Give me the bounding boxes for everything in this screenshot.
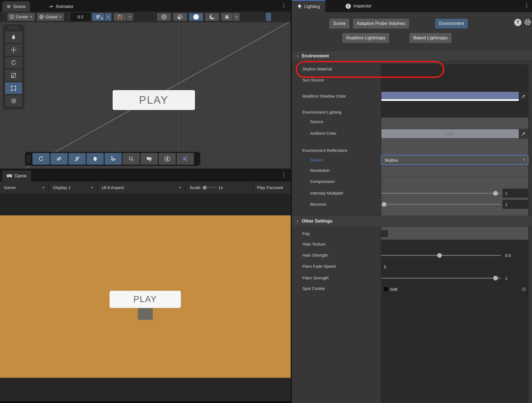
bounces-slider[interactable] (381, 200, 501, 209)
pivot-mode-dropdown[interactable]: Center ▼ (7, 13, 35, 21)
game-toolbar: Game ▼ Display 1 ▼ 16:9 Aspect ▼ Scale 1… (0, 182, 291, 193)
tab-game[interactable]: Game (2, 170, 31, 182)
slider-thumb[interactable] (382, 202, 386, 207)
orientation-gizmo-button[interactable] (87, 153, 104, 165)
crescent-icon (209, 14, 215, 20)
env-lighting-source-label: Source (310, 117, 323, 126)
spot-cookie-field[interactable]: Soft ⊙ (381, 284, 528, 294)
env-reflections-source-dropdown[interactable]: Skybox ▼ (381, 155, 528, 165)
tab-scene[interactable]: Scene (2, 1, 30, 12)
scale-slider-thumb[interactable] (203, 186, 207, 190)
overlay-drag-handle[interactable] (9, 27, 19, 29)
shadow-color-swatch[interactable] (381, 92, 519, 101)
debug-dropdown[interactable]: ▼ (233, 13, 240, 21)
slider-track[interactable] (381, 193, 501, 194)
tab-lighting[interactable]: Lighting (292, 0, 325, 12)
tool-settings-button[interactable] (50, 153, 68, 165)
game-view-dropdown[interactable]: Game ▼ (0, 182, 49, 193)
eyedropper-button[interactable] (519, 92, 528, 101)
wireframe-sphere-button[interactable] (157, 13, 171, 21)
shaded-sphere-icon (177, 14, 183, 20)
environment-lighting-group-label: Environment Lighting (302, 108, 341, 117)
orientation-dropdown[interactable]: Global ▼ (37, 13, 64, 21)
halo-texture-label: Halo Texture (302, 239, 326, 249)
grid-snap-dropdown[interactable]: ▼ (126, 13, 133, 21)
scene-viewport[interactable]: PLAY (0, 22, 291, 169)
wireframe-sphere-icon (161, 14, 167, 20)
scale-slider[interactable] (203, 186, 216, 190)
bounces-value: 1 (505, 202, 507, 207)
unity-editor-window: Scene Animator ⋮ Center ▼ (0, 0, 532, 403)
bounces-value-field[interactable]: 1 (503, 200, 528, 209)
lighting-panel-menu-kebab-icon[interactable]: ⋮ (524, 2, 530, 9)
ambient-color-field[interactable]: HDR (381, 129, 528, 139)
transform-tool-button[interactable] (5, 95, 22, 107)
lighting-view-tab-scene[interactable]: Scene (329, 18, 350, 29)
chevron-down-icon: ▼ (235, 16, 238, 18)
grid-snap-overlay-button[interactable] (69, 153, 86, 165)
debug-bug-button[interactable] (221, 13, 233, 21)
game-viewport[interactable]: PLAY (0, 215, 291, 378)
bug-icon (224, 14, 229, 19)
fog-checkbox[interactable] (381, 230, 388, 237)
game-tab-bar: Game ⋮ (0, 169, 291, 182)
intensity-multiplier-slider[interactable] (381, 188, 501, 198)
view-hand-tool-button[interactable] (5, 31, 22, 43)
play-focused-dropdown[interactable]: Play Focused (253, 182, 291, 193)
halo-strength-slider[interactable] (381, 251, 501, 260)
move-tool-button[interactable] (5, 44, 22, 56)
slider-track[interactable] (381, 278, 501, 279)
scene-play-ui-label: PLAY (139, 94, 168, 106)
grid-size-field[interactable]: 0.2 (71, 13, 90, 21)
scene-panel-menu-kebab-icon[interactable]: ⋮ (281, 2, 287, 8)
realtime-shadow-color-field[interactable] (381, 91, 528, 101)
slider-thumb[interactable] (437, 253, 442, 258)
shadows-toggle-button[interactable] (205, 13, 219, 21)
flare-fade-speed-field[interactable]: 3 (381, 262, 528, 271)
intensity-multiplier-value-field[interactable]: 1 (503, 189, 528, 198)
tab-scene-label: Scene (13, 4, 26, 9)
camera-overlay-button[interactable] (141, 153, 158, 165)
tab-inspector[interactable]: i Inspector (342, 0, 376, 12)
flare-strength-value: 1 (505, 276, 507, 280)
other-settings-section-header[interactable]: ▼ Other Settings (292, 216, 532, 227)
display-dropdown[interactable]: Display 1 ▼ (49, 182, 98, 193)
compass-overlay-button[interactable] (159, 153, 176, 165)
search-overlay-button[interactable] (123, 153, 140, 165)
game-panel-menu-kebab-icon[interactable]: ⋮ (281, 172, 287, 178)
environment-section-header[interactable]: ▼ Environment (292, 50, 532, 62)
scene-play-ui-button[interactable]: PLAY (113, 90, 195, 110)
eyedropper-button[interactable] (519, 129, 528, 138)
gamepad-icon (7, 174, 12, 178)
aspect-ratio-dropdown[interactable]: 16:9 Aspect ▼ (98, 182, 186, 193)
rotate-tool-button[interactable] (5, 57, 22, 69)
random-overlay-button[interactable] (177, 153, 194, 165)
flare-strength-value-field[interactable]: 1 (503, 274, 528, 282)
scene-refresh-button[interactable] (32, 153, 50, 165)
overlay-drag-handle[interactable] (27, 155, 30, 162)
rect-tool-button[interactable] (5, 82, 22, 94)
shaded-sphere-button[interactable] (173, 13, 187, 21)
scale-tool-button[interactable] (5, 69, 22, 81)
object-picker-icon[interactable]: ⊙ (522, 286, 526, 292)
lighting-view-tab-apv[interactable]: Adaptive Probe Volumes (353, 18, 409, 29)
lighting-view-tab-environment[interactable]: Environment (435, 18, 468, 29)
baked-lightmaps-tab[interactable]: Baked Lightmaps (409, 33, 452, 43)
lighting-toggle-button[interactable] (189, 13, 203, 21)
snap-settings-button[interactable] (105, 153, 122, 165)
clipped-toolbar-button[interactable] (266, 13, 271, 21)
tab-animator[interactable]: Animator (45, 1, 77, 12)
slider-track[interactable] (381, 204, 501, 205)
snap-axis-dropdown[interactable]: ▼ (105, 13, 112, 21)
game-play-ui-button[interactable]: PLAY (110, 291, 181, 308)
flare-strength-slider[interactable] (381, 273, 501, 283)
help-icon[interactable]: ? (514, 19, 521, 26)
settings-gear-icon[interactable] (524, 18, 531, 26)
slider-thumb[interactable] (493, 276, 498, 280)
halo-strength-value-field[interactable]: 0.5 (503, 251, 528, 260)
realtime-lightmaps-tab[interactable]: Realtime Lightmaps (342, 33, 389, 43)
slider-thumb[interactable] (493, 191, 498, 196)
snap-axis-toggle-button[interactable]: Y (92, 13, 105, 21)
toolbar-divider (67, 14, 68, 20)
grid-snap-increment-button[interactable] (113, 13, 126, 21)
